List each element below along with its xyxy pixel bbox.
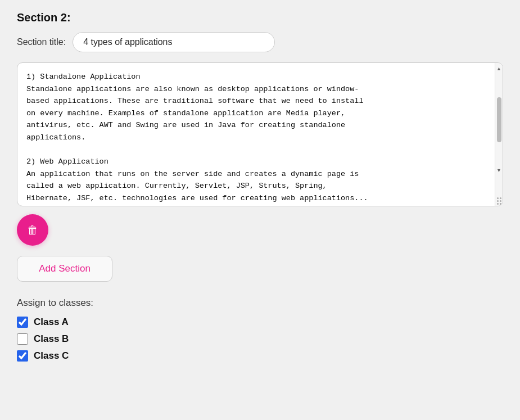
class-item-c: Class C <box>17 350 503 362</box>
class-a-label: Class A <box>34 317 69 328</box>
content-area-wrapper: 1) Standalone Application Standalone app… <box>17 62 503 206</box>
scrollbar-resize-handle[interactable] <box>495 198 503 205</box>
class-item-b: Class B <box>17 333 503 345</box>
trash-icon: 🗑 <box>27 224 38 236</box>
add-section-button[interactable]: Add Section <box>17 256 112 282</box>
scrollbar-down-arrow[interactable]: ▼ <box>495 166 503 175</box>
class-c-checkbox[interactable] <box>17 350 28 362</box>
section-title-row: Section title: <box>17 32 503 52</box>
scrollbar-track[interactable]: ▲ ▼ <box>495 63 503 206</box>
class-a-checkbox[interactable] <box>17 317 28 328</box>
section-heading: Section 2: <box>17 11 503 24</box>
class-item-a: Class A <box>17 317 503 328</box>
class-c-label: Class C <box>34 350 69 362</box>
class-b-checkbox[interactable] <box>17 333 28 345</box>
class-b-label: Class B <box>34 333 69 345</box>
class-list: Class A Class B Class C <box>17 317 503 362</box>
content-textarea[interactable]: 1) Standalone Application Standalone app… <box>17 63 503 204</box>
scrollbar-up-arrow[interactable]: ▲ <box>495 64 503 73</box>
delete-button[interactable]: 🗑 <box>17 214 48 246</box>
section-title-input[interactable] <box>73 32 275 52</box>
assign-label: Assign to classes: <box>17 297 503 309</box>
section-title-label: Section title: <box>17 37 66 47</box>
scrollbar-thumb[interactable] <box>497 97 501 142</box>
